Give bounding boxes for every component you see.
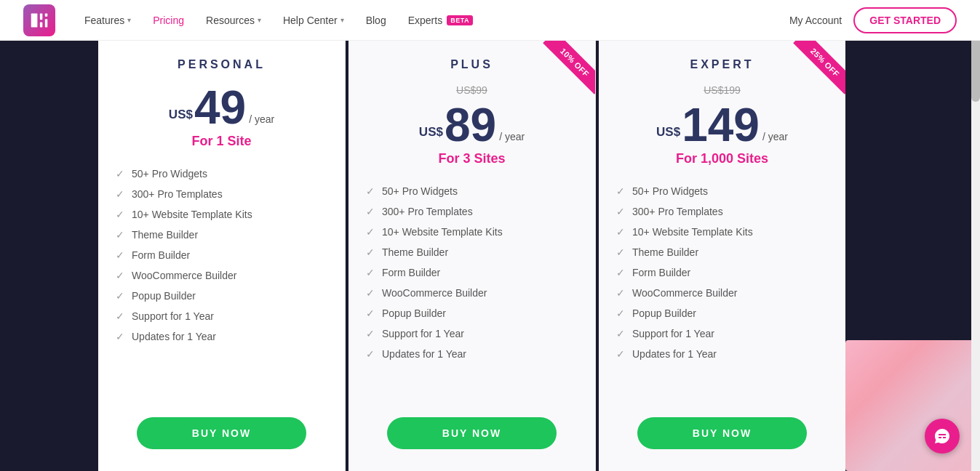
nav-features[interactable]: Features ▾ [76, 9, 140, 32]
list-item: ✓Support for 1 Year [366, 323, 578, 344]
list-item: ✓Theme Builder [366, 242, 578, 262]
price-plus: 89 [445, 102, 496, 148]
price-expert: 149 [682, 102, 760, 148]
chevron-down-icon: ▾ [127, 16, 131, 24]
features-personal: ✓50+ Pro Widgets ✓300+ Pro Templates ✓10… [116, 164, 327, 400]
check-icon: ✓ [116, 209, 124, 220]
original-price-expert: US$199 [704, 84, 741, 96]
currency-personal: US$ [169, 108, 193, 122]
sites-plus: For 3 Sites [438, 151, 505, 166]
currency-expert: US$ [656, 125, 680, 140]
check-icon: ✓ [116, 290, 124, 302]
list-item: ✓Form Builder [616, 262, 828, 283]
check-icon: ✓ [366, 287, 375, 299]
list-item: ✓WooCommerce Builder [116, 265, 327, 286]
nav-resources[interactable]: Resources ▾ [197, 9, 270, 32]
buy-now-personal[interactable]: BUY NOW [137, 417, 306, 449]
features-plus: ✓50+ Pro Widgets ✓300+ Pro Templates ✓10… [366, 181, 578, 400]
beta-badge: BETA [447, 15, 473, 25]
list-item: ✓50+ Pro Widgets [366, 181, 578, 201]
svg-rect-0 [31, 13, 38, 27]
list-item: ✓Updates for 1 Year [616, 344, 828, 364]
ribbon-plus: 10% OFF [530, 41, 595, 106]
list-item: ✓300+ Pro Templates [616, 201, 828, 222]
period-plus: / year [499, 131, 525, 142]
scrollbar[interactable] [971, 0, 980, 471]
list-item: ✓Support for 1 Year [616, 323, 828, 344]
chevron-down-icon: ▾ [340, 16, 344, 24]
list-item: ✓300+ Pro Templates [366, 201, 578, 222]
check-icon: ✓ [616, 287, 625, 299]
check-icon: ✓ [616, 226, 625, 238]
check-icon: ✓ [616, 185, 625, 197]
site-logo[interactable] [23, 4, 55, 36]
check-icon: ✓ [366, 246, 375, 258]
pricing-area: PERSONAL US$ 49 / year For 1 Site ✓50+ P… [98, 41, 845, 471]
nav-blog[interactable]: Blog [357, 9, 395, 32]
list-item: ✓50+ Pro Widgets [616, 181, 828, 201]
list-item: ✓WooCommerce Builder [616, 283, 828, 303]
chevron-down-icon: ▾ [258, 16, 261, 24]
list-item: ✓10+ Website Template Kits [116, 204, 327, 225]
check-icon: ✓ [116, 188, 124, 200]
list-item: ✓Support for 1 Year [116, 306, 327, 326]
plan-name-plus: PLUS [450, 58, 493, 71]
list-item: ✓Form Builder [366, 262, 578, 283]
sites-expert: For 1,000 Sites [676, 151, 768, 166]
my-account-link[interactable]: My Account [789, 15, 842, 26]
plan-plus: 10% OFF PLUS US$99 US$ 89 / year For 3 S… [348, 41, 596, 471]
check-icon: ✓ [366, 348, 375, 360]
list-item: ✓Form Builder [116, 245, 327, 265]
check-icon: ✓ [116, 229, 124, 241]
check-icon: ✓ [616, 267, 625, 278]
check-icon: ✓ [116, 249, 124, 261]
price-block-expert: US$ 149 / year [656, 102, 788, 148]
plan-personal: PERSONAL US$ 49 / year For 1 Site ✓50+ P… [98, 41, 346, 471]
check-icon: ✓ [116, 270, 124, 281]
check-icon: ✓ [616, 206, 625, 217]
main-content: PERSONAL US$ 49 / year For 1 Site ✓50+ P… [0, 41, 980, 471]
list-item: ✓Popup Builder [366, 303, 578, 323]
svg-rect-4 [45, 19, 47, 27]
list-item: ✓10+ Website Template Kits [616, 222, 828, 242]
list-item: ✓Updates for 1 Year [116, 326, 327, 347]
buy-now-expert[interactable]: BUY NOW [637, 417, 807, 449]
check-icon: ✓ [366, 226, 375, 238]
check-icon: ✓ [616, 307, 625, 319]
check-icon: ✓ [616, 246, 625, 258]
features-expert: ✓50+ Pro Widgets ✓300+ Pro Templates ✓10… [616, 181, 828, 400]
check-icon: ✓ [366, 185, 375, 197]
plan-name-personal: PERSONAL [178, 58, 266, 71]
sites-personal: For 1 Site [191, 134, 251, 149]
ribbon-label-plus: 10% OFF [543, 41, 595, 94]
nav-experts[interactable]: Experts BETA [399, 9, 482, 32]
list-item: ✓Popup Builder [616, 303, 828, 323]
check-icon: ✓ [366, 307, 375, 319]
price-block-plus: US$ 89 / year [419, 102, 525, 148]
nav-pricing[interactable]: Pricing [144, 9, 193, 32]
ribbon-label-expert: 25% OFF [793, 41, 845, 94]
buy-now-plus[interactable]: BUY NOW [387, 417, 557, 449]
currency-plus: US$ [419, 125, 443, 140]
check-icon: ✓ [366, 206, 375, 217]
svg-rect-1 [40, 13, 42, 20]
check-icon: ✓ [116, 168, 124, 180]
list-item: ✓300+ Pro Templates [116, 184, 327, 204]
list-item: ✓50+ Pro Widgets [116, 164, 327, 184]
nav-help-center[interactable]: Help Center ▾ [274, 9, 353, 32]
chat-bubble-button[interactable] [925, 419, 960, 454]
period-expert: / year [762, 131, 788, 142]
check-icon: ✓ [616, 328, 625, 339]
get-started-button[interactable]: GET STARTED [853, 7, 957, 33]
list-item: ✓Updates for 1 Year [366, 344, 578, 364]
decorative-image [845, 340, 980, 471]
check-icon: ✓ [616, 348, 625, 360]
list-item: ✓WooCommerce Builder [366, 283, 578, 303]
list-item: ✓Theme Builder [116, 225, 327, 245]
list-item: ✓10+ Website Template Kits [366, 222, 578, 242]
list-item: ✓Popup Builder [116, 286, 327, 306]
ribbon-expert: 25% OFF [780, 41, 845, 106]
side-panel-left [0, 41, 98, 471]
svg-rect-2 [40, 22, 42, 27]
plan-expert: 25% OFF EXPERT US$199 US$ 149 / year For… [599, 41, 845, 471]
